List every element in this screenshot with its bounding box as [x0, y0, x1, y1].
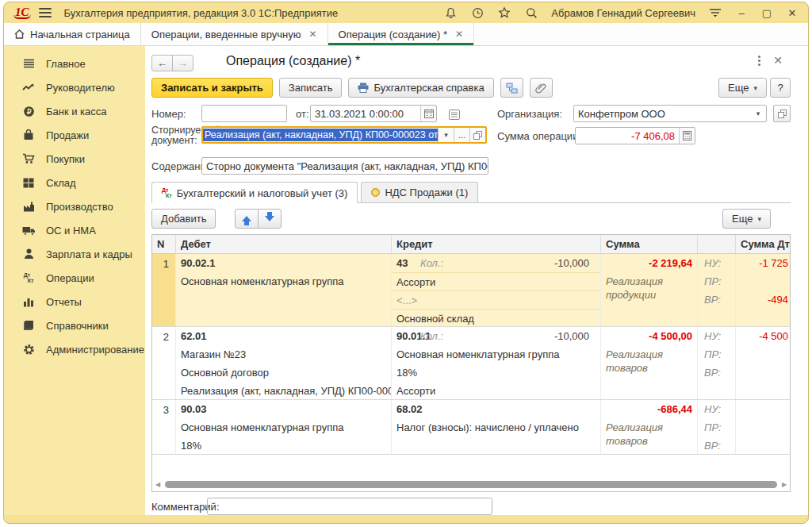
pr-value[interactable] [736, 345, 790, 364]
credit-account[interactable]: 43 [396, 257, 408, 269]
debit-subconto[interactable]: Магазин №23 [176, 345, 391, 364]
add-row-button[interactable]: Добавить [151, 209, 216, 229]
tab-close-icon[interactable]: ✕ [309, 29, 317, 40]
attachments-button[interactable] [530, 78, 553, 98]
amount-comment[interactable]: Реализация продукции [601, 272, 697, 302]
move-down-button[interactable] [258, 209, 282, 229]
pr-value[interactable] [736, 418, 790, 437]
credit-subconto[interactable] [392, 437, 600, 454]
storno-document-input[interactable]: Реализация (акт, накладная, УПД) КП00-00… [201, 126, 487, 144]
debit-subconto[interactable]: 18% [176, 437, 391, 454]
credit-subconto[interactable]: 18% [392, 364, 600, 382]
nu-value[interactable] [736, 400, 790, 418]
debit-subconto[interactable]: Основной договор [176, 364, 391, 382]
qty-value[interactable]: -10,000 [554, 254, 589, 272]
credit-subconto[interactable]: Ассорти [392, 382, 600, 399]
sidebar-item-proizvodstvo[interactable]: Производство [4, 194, 145, 218]
table-row[interactable]: 3 90.03 Основная номенклатурная группа 1… [152, 400, 790, 455]
sidebar-item-otchety[interactable]: Отчеты [4, 290, 145, 314]
calendar-icon[interactable] [420, 106, 436, 121]
pr-value[interactable] [736, 272, 790, 290]
minimize-button[interactable]: – [735, 7, 748, 19]
horizontal-scrollbar[interactable]: ◀ ▶ [153, 479, 789, 490]
user-name[interactable]: Абрамов Геннадий Сергеевич [551, 7, 695, 19]
tab-operation-create[interactable]: Операция (создание) * ✕ [328, 23, 474, 45]
close-button[interactable]: ✕ [786, 7, 799, 19]
sidebar-item-operacii[interactable]: ДтКт Операции [4, 266, 145, 290]
scrollbar-thumb[interactable] [165, 481, 777, 488]
qty-value[interactable]: -10,000 [554, 327, 589, 345]
history-icon[interactable] [470, 6, 485, 20]
more-button-top[interactable]: Еще▾ [718, 78, 767, 98]
sidebar-item-zarplata-kadry[interactable]: Зарплата и кадры [4, 242, 145, 266]
vr-value[interactable]: -494 [736, 290, 790, 309]
structure-button[interactable] [500, 78, 523, 98]
forward-button[interactable]: → [172, 55, 193, 71]
credit-subconto[interactable]: <...> [392, 290, 600, 309]
amount-comment[interactable]: Реализация товаров [601, 345, 697, 375]
open-icon[interactable] [469, 128, 485, 142]
service-menu-icon[interactable] [708, 6, 722, 20]
tab-accounting[interactable]: ДтКт Бухгалтерский и налоговый учет (3) [151, 182, 358, 203]
open-icon[interactable] [773, 105, 791, 122]
credit-subconto[interactable]: Ассорти [392, 272, 600, 290]
nu-value[interactable]: -4 500 [736, 327, 790, 345]
calculator-icon[interactable] [679, 128, 695, 144]
accounting-reference-button[interactable]: Бухгалтерская справка [348, 78, 493, 98]
col-sum[interactable]: Сумма [601, 235, 698, 253]
debit-subconto[interactable]: Реализация (акт, накладная, УПД) КП00-00… [176, 382, 391, 399]
amount[interactable]: -4 500,00 [601, 327, 697, 345]
tab-vat-sales[interactable]: НДС Продажи (1) [361, 182, 478, 202]
debit-account[interactable]: 62.01 [176, 327, 391, 345]
table-row[interactable]: 2 62.01 Магазин №23 Основной договор Реа… [152, 327, 790, 400]
main-menu-icon[interactable] [39, 8, 52, 17]
sidebar-item-pokupki[interactable]: Покупки [4, 147, 145, 171]
table-row[interactable]: 1 90.02.1 Основная номенклатурная группа… [152, 254, 790, 327]
back-button[interactable]: ← [151, 55, 173, 71]
scroll-left-icon[interactable]: ◀ [153, 481, 163, 488]
sidebar-item-glavnoe[interactable]: Главное [4, 52, 145, 75]
nu-value[interactable]: -1 725 [736, 254, 790, 272]
amount-comment[interactable]: Реализация товаров [601, 418, 697, 448]
tab-manual-operations[interactable]: Операции, введенные вручную ✕ [141, 23, 328, 45]
sidebar-item-rukovoditelyu[interactable]: Руководителю [4, 75, 145, 99]
tab-close-icon[interactable]: ✕ [455, 29, 463, 40]
col-n[interactable]: N [152, 235, 176, 253]
save-close-button[interactable]: Записать и закрыть [151, 78, 273, 98]
credit-subconto[interactable]: Налог (взносы): начислено / уплачено [392, 418, 600, 437]
form-close-icon[interactable]: ✕ [773, 54, 783, 67]
credit-subconto[interactable]: Основная номенклатурная группа [392, 345, 600, 364]
vr-value[interactable] [736, 364, 790, 382]
maximize-button[interactable]: ▢ [760, 7, 773, 19]
credit-subconto[interactable]: Основной склад [392, 309, 600, 326]
credit-account[interactable]: 68.02 [396, 403, 423, 415]
sidebar-item-bank-kassa[interactable]: ₽ Банк и касса [4, 99, 145, 123]
notifications-icon[interactable] [443, 6, 458, 20]
comment-input[interactable] [207, 498, 492, 515]
vr-value[interactable] [736, 437, 790, 454]
debit-account[interactable]: 90.02.1 [176, 254, 391, 272]
tab-home[interactable]: Начальная страница [4, 23, 141, 45]
date-input[interactable]: 31.03.2021 0:00:00 [310, 105, 437, 122]
save-button[interactable]: Записать [279, 78, 343, 98]
operation-sum-input[interactable]: -7 406,08 [575, 127, 695, 144]
sidebar-item-spravochniki[interactable]: Справочники [4, 314, 145, 337]
kebab-menu-icon[interactable] [758, 56, 760, 58]
debit-subconto[interactable]: Основная номенклатурная группа [176, 418, 391, 437]
sidebar-item-sklad[interactable]: Склад [4, 171, 145, 194]
debit-account[interactable]: 90.03 [176, 400, 391, 418]
more-button-grid[interactable]: Еще▾ [722, 209, 771, 229]
sidebar-item-prodazhi[interactable]: Продажи [4, 123, 145, 147]
amount[interactable]: -686,44 [601, 400, 697, 418]
help-button[interactable]: ? [770, 78, 791, 98]
sidebar-item-administrirovanie[interactable]: Администрирование [4, 337, 145, 361]
dropdown-icon[interactable]: ▾ [438, 128, 454, 142]
move-up-button[interactable] [235, 209, 259, 229]
favorites-icon[interactable] [497, 6, 511, 20]
content-input[interactable]: Сторно документа "Реализация (акт, накла… [201, 157, 488, 175]
choose-button[interactable]: ... [454, 128, 469, 142]
search-icon[interactable] [524, 6, 538, 20]
col-credit[interactable]: Кредит [392, 235, 601, 253]
number-input[interactable] [201, 105, 287, 122]
amount[interactable]: -2 219,64 [601, 254, 697, 272]
